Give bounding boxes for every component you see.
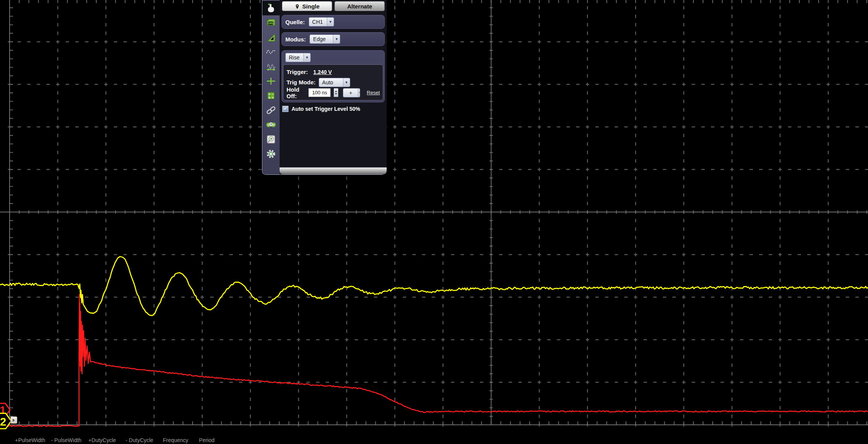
svg-text:×: × [268,95,270,99]
svg-text:CH1: CH1 [268,21,273,25]
source-dropdown-value: CH1 [309,18,327,26]
panel-footer [280,167,387,174]
mode-row: Modus: Edge ▼ [282,32,385,46]
pin-icon [295,3,300,9]
sidebar-tool-wave-dotted[interactable] [262,44,280,59]
zoom-in-icon [266,134,276,145]
oscilloscope-app: 1 2 +PulseWidth - PulseWidth +DutyCycle … [0,0,868,444]
sidebar-tool-pass-fail[interactable]: PF? [262,117,280,132]
tab-alternate[interactable]: Alternate [334,1,385,11]
source-row: Quelle: CH1 ▼ [282,15,385,29]
polarity-dropdown-value: + [343,89,358,97]
trace-CH2-yellow [0,257,868,316]
svg-text:F: F [273,123,275,127]
mode-dropdown-value: Edge [310,35,333,43]
sidebar-tool-set-square[interactable] [262,30,280,44]
source-dropdown[interactable]: CH1 ▼ [309,17,334,26]
slope-dropdown-value: Rise [286,53,304,62]
svg-text:?: ? [270,122,272,126]
autoset-row: ✓ Auto set Trigger Level 50% [282,106,387,112]
trigger-details-box: Trigger: 1.240 V Trig Mode: Auto ▼ Hold … [283,64,383,100]
spinner-down-icon [335,93,337,95]
chevron-down-icon[interactable]: ▼ [333,35,340,43]
autoset-checkbox[interactable]: ✓ [282,106,288,112]
calculator-icon: +−×= [266,90,276,101]
mode-dropdown[interactable]: Edge ▼ [310,35,340,44]
channel-2-number: 2 [0,416,6,428]
measurement-bar: +PulseWidth - PulseWidth +DutyCycle - Du… [0,436,214,444]
trigger-level-value[interactable]: 1.240 V [313,69,332,75]
sidebar-tool-zoom-in[interactable] [262,132,280,146]
set-square-icon [266,32,276,43]
link-icon [266,105,276,115]
tab-alternate-label: Alternate [347,3,372,10]
measure-frequency[interactable]: Frequency [163,437,188,443]
measure-period[interactable]: Period [199,437,214,443]
measure-neg-pulsewidth[interactable]: - PulseWidth [51,437,81,443]
svg-text:=: = [272,95,273,99]
measure-neg-dutycycle[interactable]: - DutyCycle [125,437,153,443]
crosshair-icon [266,76,276,86]
channel-ch1-icon: CH1 [266,18,276,28]
graticule-axes [0,0,868,425]
hand-tool-icon [266,3,276,13]
measure-pos-pulsewidth[interactable]: +PulseWidth [15,437,45,443]
sidebar-tool-crosshair[interactable] [262,74,280,88]
autoset-label: Auto set Trigger Level 50% [292,106,360,112]
measure-pos-dutycycle[interactable]: +DutyCycle [88,437,116,443]
sidebar-tool-channel-ch1[interactable]: CH1 [262,15,280,30]
trigger-panel-content: Single Alternate Quelle: CH1 ▼ Modus: Ed… [280,0,387,174]
chevron-down-icon[interactable]: ▼ [343,78,350,87]
slope-dropdown[interactable]: Rise ▼ [285,53,311,62]
trigger-panel: CH1+−×=PF? Single Alternate Quelle: CH1 [262,0,385,175]
sidebar-tool-settings[interactable] [262,146,280,161]
trace-CH1-red [0,294,868,427]
slope-row: Rise ▼ [283,53,383,64]
polarity-dropdown[interactable]: + ▼ [343,88,360,97]
sidebar-tool-wave-span[interactable] [262,59,280,74]
chevron-down-icon[interactable]: ▼ [358,89,360,97]
chevron-down-icon[interactable]: ▼ [304,53,310,62]
hold-off-input[interactable] [308,88,331,97]
source-label: Quelle: [285,19,305,25]
reset-link[interactable]: Reset [367,90,380,95]
tab-single-label: Single [302,3,320,10]
tool-sidebar: CH1+−×=PF? [262,0,280,174]
wave-span-icon [266,61,276,72]
mode-label: Modus: [285,36,306,43]
expand-markers-button[interactable] [10,416,17,424]
scope-display [0,0,868,444]
trig-mode-label: Trig Mode: [287,79,316,86]
trigger-tabs: Single Alternate [280,0,387,12]
sidebar-tool-hand-tool[interactable] [262,1,280,15]
wave-dotted-icon [266,47,276,57]
sidebar-tool-link[interactable] [262,103,280,117]
hold-off-spinner[interactable] [334,88,338,97]
trig-mode-dropdown-value: Auto [319,78,343,87]
hold-off-row: Hold Off: + ▼ Reset [287,87,380,98]
graticule-major-gridlines [8,6,868,427]
play-triangle-icon [13,419,15,422]
trigger-level-row: Trigger: 1.240 V [287,67,380,77]
sidebar-tool-calculator[interactable]: +−×= [262,88,280,103]
chevron-down-icon[interactable]: ▼ [327,18,334,26]
tab-single[interactable]: Single [282,1,332,11]
trig-mode-dropdown[interactable]: Auto ▼ [319,78,350,87]
trigger-level-label: Trigger: [287,69,308,75]
settings-icon [266,149,276,159]
hold-off-label: Hold Off: [287,86,305,99]
spinner-up-icon [335,90,337,92]
edge-settings-box: Rise ▼ Trigger: 1.240 V Trig Mode: Auto … [282,50,385,102]
pass-fail-icon: PF? [266,120,276,130]
